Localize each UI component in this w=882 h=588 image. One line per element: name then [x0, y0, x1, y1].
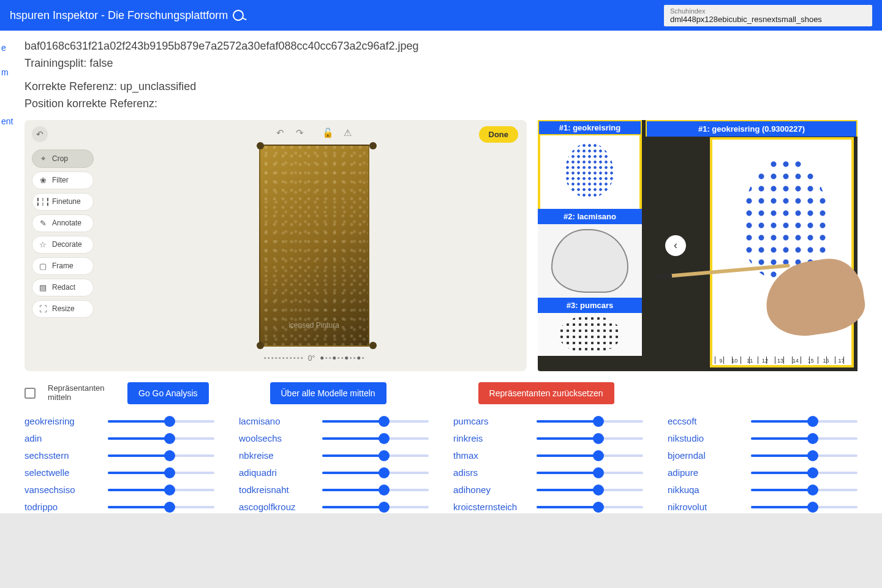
rotation-ruler[interactable]: 0°: [264, 354, 364, 363]
tool-redact[interactable]: ▨Redact: [32, 279, 94, 296]
slider-label: adin: [24, 433, 98, 443]
tool-finetune[interactable]: ╏╎╏Finetune: [32, 193, 94, 211]
average-reps-label: Repräsentanten mitteln: [48, 384, 115, 402]
tool-label: Redact: [52, 283, 75, 292]
results-panel: #1: geokreisring #2: lacmisano #3: pumca…: [538, 120, 858, 371]
result-card-1[interactable]: #1: geokreisring: [538, 120, 642, 209]
average-all-models-button[interactable]: Über alle Modelle mitteln: [270, 382, 386, 404]
slider-adiquadri: adiquadri: [239, 467, 429, 479]
slider-label: geokreisring: [24, 416, 98, 426]
result-card-2[interactable]: #2: lacmisano: [538, 209, 642, 298]
tool-crop[interactable]: ⌖Crop: [32, 149, 94, 168]
previous-result-button[interactable]: ‹: [665, 235, 686, 256]
slider-pumcars: pumcars: [453, 415, 643, 428]
undo-icon[interactable]: ↶: [274, 127, 287, 138]
result-card-3[interactable]: #3: pumcars: [538, 298, 642, 356]
average-reps-checkbox[interactable]: [24, 388, 36, 399]
slider-control[interactable]: [322, 450, 429, 462]
slider-control[interactable]: [751, 432, 858, 445]
tool-label: Finetune: [52, 197, 81, 206]
slider-control[interactable]: [322, 415, 429, 428]
slider-geokreisring: geokreisring: [24, 415, 214, 428]
slider-control[interactable]: [108, 467, 214, 479]
editor-canvas[interactable]: ↶ ↷ 🔓 ⚠ Done icensed Pintura 0°: [101, 120, 527, 371]
slider-adisrs: adisrs: [453, 467, 643, 479]
slider-control[interactable]: [108, 484, 214, 496]
slider-nikrovolut: nikrovolut: [668, 501, 858, 513]
slider-control[interactable]: [537, 450, 643, 462]
result-thumbnail: [538, 135, 642, 209]
results-ranking-list: #1: geokreisring #2: lacmisano #3: pumca…: [538, 120, 642, 371]
tool-label: Resize: [52, 304, 75, 313]
editor-tool-sidebar: ⌖Crop❀Filter╏╎╏Finetune✎Annotate☆Decorat…: [24, 120, 101, 371]
slider-adipure: adipure: [668, 467, 858, 479]
index-label: Schuhindex: [670, 7, 866, 15]
slider-todrippo: todrippo: [24, 501, 214, 513]
annotate-icon: ✎: [39, 219, 47, 228]
slider-control[interactable]: [108, 450, 214, 462]
slider-label: adihoney: [453, 484, 527, 495]
slider-selectwelle: selectwelle: [24, 467, 214, 479]
main-result-header: #1: geokreisring (0.9300227): [646, 120, 858, 137]
slider-label: sechsstern: [24, 450, 98, 461]
main-result-image[interactable]: 91011121314151617: [710, 137, 854, 368]
slider-label: adiquadri: [239, 467, 312, 478]
slider-label: adipure: [668, 467, 741, 478]
lock-icon[interactable]: 🔓: [322, 127, 335, 138]
done-button[interactable]: Done: [479, 126, 519, 143]
slider-control[interactable]: [322, 484, 429, 496]
crop-icon: ⌖: [39, 154, 47, 164]
slider-control[interactable]: [751, 415, 858, 428]
slider-control[interactable]: [751, 450, 858, 462]
redo-icon[interactable]: ↷: [293, 127, 307, 138]
slider-control[interactable]: [108, 501, 214, 513]
tool-frame[interactable]: ▢Frame: [32, 257, 94, 275]
filename-label: baf0168c631f21a02f243b9195b879e7a2572a30…: [24, 38, 858, 55]
finetune-icon: ╏╎╏: [39, 197, 47, 206]
slider-control[interactable]: [537, 501, 643, 513]
go-go-analysis-button[interactable]: Go Go Analysis: [127, 382, 209, 404]
tool-resize[interactable]: ⛶Resize: [32, 300, 94, 318]
slider-control[interactable]: [322, 467, 429, 479]
reset-reps-button[interactable]: Repräsentanten zurücksetzen: [478, 382, 614, 404]
shoe-index-field[interactable]: Schuhindex dml448px128ebicubic_resnextsm…: [664, 5, 872, 26]
slider-label: nikstudio: [668, 433, 741, 443]
slider-control[interactable]: [751, 484, 858, 496]
slider-adin: adin: [24, 432, 214, 445]
slider-control[interactable]: [108, 432, 214, 445]
results-main-view: #1: geokreisring (0.9300227) ‹ 910111213…: [646, 120, 858, 371]
slider-label: nbkreise: [239, 450, 312, 461]
tool-filter[interactable]: ❀Filter: [32, 172, 94, 189]
slider-ascogolfkrouz: ascogolfkrouz: [239, 501, 429, 513]
warning-icon[interactable]: ⚠: [341, 127, 355, 138]
shoe-trace-image[interactable]: icensed Pintura: [259, 145, 369, 347]
slider-control[interactable]: [537, 415, 643, 428]
slider-control[interactable]: [322, 432, 429, 445]
slider-control[interactable]: [108, 415, 214, 428]
result-card-header: #2: lacmisano: [538, 209, 642, 224]
tool-decorate[interactable]: ☆Decorate: [32, 236, 94, 254]
slider-control[interactable]: [751, 467, 858, 479]
slider-vansechsiso: vansechsiso: [24, 484, 214, 496]
slider-control[interactable]: [322, 501, 429, 513]
slider-control[interactable]: [751, 501, 858, 513]
slider-control[interactable]: [537, 432, 643, 445]
undo-history-icon[interactable]: ↶: [32, 126, 48, 142]
slider-lacmisano: lacmisano: [239, 415, 429, 428]
slider-label: kroicsternsteich: [453, 502, 527, 512]
tool-annotate[interactable]: ✎Annotate: [32, 214, 94, 232]
watermark-text: icensed Pintura: [288, 321, 339, 330]
slider-nikstudio: nikstudio: [668, 432, 858, 445]
magnifier-icon: [232, 8, 246, 22]
decorate-icon: ☆: [39, 240, 47, 249]
index-value: dml448px128ebicubic_resnextsmall_shoes: [670, 15, 866, 24]
slider-thmax: thmax: [453, 450, 643, 462]
slider-control[interactable]: [537, 467, 643, 479]
slider-control[interactable]: [537, 484, 643, 496]
slider-label: selectwelle: [24, 467, 98, 478]
resize-icon: ⛶: [39, 304, 47, 314]
trainingsplit-label: Trainingsplit: false: [24, 55, 858, 72]
left-nav-fragment: e m ent: [1, 43, 13, 126]
slider-label: ascogolfkrouz: [239, 502, 312, 512]
slider-label: thmax: [453, 450, 527, 461]
